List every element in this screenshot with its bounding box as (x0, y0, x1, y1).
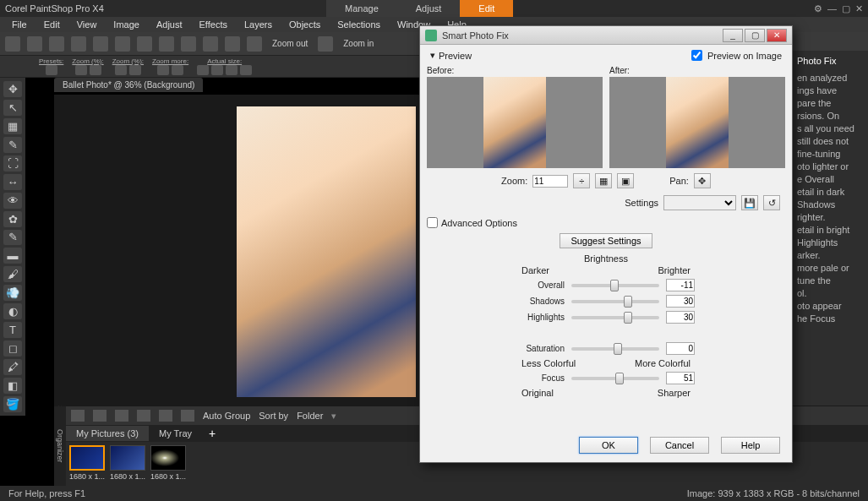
airbrush-tool-icon[interactable]: 💨 (3, 285, 22, 301)
scan-icon[interactable] (71, 36, 86, 52)
rotate-left-icon[interactable] (159, 410, 172, 422)
saturation-slider[interactable] (571, 347, 659, 351)
zoom-out-label[interactable]: Zoom out (269, 39, 311, 48)
suggest-settings-button[interactable]: Suggest Settings (560, 233, 652, 248)
menu-view[interactable]: View (68, 18, 106, 31)
org-icon-4[interactable] (137, 410, 150, 422)
overall-slider[interactable] (571, 284, 659, 287)
picture-tube-icon[interactable]: 🖍 (3, 359, 22, 375)
menu-file[interactable]: File (3, 18, 35, 31)
settings-icon[interactable]: ⚙ (814, 3, 822, 14)
redeye-tool-icon[interactable]: 👁 (3, 193, 22, 209)
save-settings-icon[interactable]: 💾 (741, 195, 758, 210)
zoom-field2[interactable] (90, 65, 101, 75)
rotate-right-icon[interactable] (181, 410, 194, 422)
organizer-side-label[interactable]: Organizer (54, 406, 66, 486)
cut-icon[interactable] (181, 36, 196, 52)
zoom-icon-b[interactable] (129, 65, 141, 75)
camera-icon[interactable] (49, 36, 64, 52)
tab-manage[interactable]: Manage (326, 0, 397, 17)
pan-tool-icon[interactable]: ✥ (3, 81, 22, 97)
org-icon-3[interactable] (115, 410, 128, 422)
tab-edit[interactable]: Edit (460, 0, 513, 17)
menu-edit[interactable]: Edit (35, 18, 68, 31)
selection-tool-icon[interactable]: ▦ (3, 118, 22, 134)
focus-value[interactable] (666, 372, 695, 384)
before-preview[interactable] (427, 77, 603, 168)
actual-b[interactable] (211, 65, 223, 75)
focus-slider[interactable] (571, 377, 659, 380)
after-preview[interactable] (609, 77, 785, 168)
shadows-value[interactable] (666, 295, 695, 308)
open-icon[interactable] (27, 36, 42, 52)
add-tray-button[interactable]: + (202, 427, 222, 440)
shape-tool-icon[interactable]: ◻ (3, 340, 22, 357)
tab-my-tray[interactable]: My Tray (149, 426, 202, 441)
menu-effects[interactable]: Effects (191, 18, 236, 31)
zoom-spinner-icon[interactable]: ÷ (573, 173, 590, 188)
dialog-close-icon[interactable]: ✕ (767, 29, 787, 42)
document-tab[interactable]: Ballet Photo* @ 36% (Background) (54, 78, 203, 92)
copy-icon[interactable] (203, 36, 218, 52)
ok-button[interactable]: OK (579, 437, 638, 454)
fit-window-icon[interactable]: ▦ (595, 173, 612, 188)
pointer-tool-icon[interactable]: ↖ (3, 100, 22, 116)
folder-dropdown[interactable]: Folder (297, 411, 323, 421)
zoom-out-icon[interactable] (247, 36, 262, 52)
pan-icon[interactable]: ✥ (694, 173, 711, 188)
print-icon[interactable] (115, 36, 130, 52)
highlights-value[interactable] (666, 311, 695, 324)
save-icon[interactable] (93, 36, 108, 52)
org-icon-2[interactable] (93, 410, 106, 422)
image-canvas[interactable] (237, 106, 416, 397)
makeover-tool-icon[interactable]: ✿ (3, 211, 22, 227)
dialog-titlebar[interactable]: Smart Photo Fix _ ▢ ✕ (420, 26, 792, 45)
zoom-more-a[interactable] (157, 65, 169, 75)
thumbnail-1[interactable]: 1680 x 1... (69, 445, 105, 481)
zoom-in-label[interactable]: Zoom in (340, 39, 377, 48)
preview-on-image-checkbox[interactable]: Preview on Image (691, 50, 782, 61)
lighten-tool-icon[interactable]: ◐ (3, 303, 22, 319)
shadows-slider[interactable] (571, 300, 659, 303)
actual-c[interactable] (226, 65, 237, 75)
scratch-tool-icon[interactable]: ▬ (3, 248, 22, 264)
overall-value[interactable] (666, 279, 695, 291)
zoom-field[interactable] (75, 65, 87, 75)
help-button[interactable]: Help (721, 437, 780, 454)
redo-icon[interactable] (159, 36, 174, 52)
menu-adjust[interactable]: Adjust (148, 18, 191, 31)
zoom-icon-a[interactable] (115, 65, 127, 75)
cancel-button[interactable]: Cancel (650, 437, 709, 454)
menu-image[interactable]: Image (105, 18, 148, 31)
new-icon[interactable] (5, 36, 20, 52)
tab-adjust[interactable]: Adjust (397, 0, 461, 17)
eraser-tool-icon[interactable]: ◧ (3, 378, 22, 394)
advanced-options-checkbox[interactable]: Advanced Options (427, 217, 785, 228)
paste-icon[interactable] (225, 36, 240, 52)
menu-objects[interactable]: Objects (281, 18, 329, 31)
actual-pixels-icon[interactable]: ▣ (617, 173, 634, 188)
thumbnail-3[interactable]: 1680 x 1... (150, 445, 186, 481)
settings-dropdown[interactable] (663, 195, 736, 210)
auto-group-label[interactable]: Auto Group (203, 411, 250, 421)
tab-my-pictures[interactable]: My Pictures (3) (66, 426, 149, 441)
actual-d[interactable] (240, 65, 252, 75)
straighten-tool-icon[interactable]: ↔ (3, 174, 22, 190)
thumbnail-2[interactable]: 1680 x 1... (110, 445, 145, 481)
preset-dropdown[interactable] (46, 65, 57, 75)
preview-collapse-toggle[interactable]: ▾ Preview (430, 50, 472, 61)
brush-tool-icon[interactable]: 🖌 (3, 266, 22, 282)
zoom-in-icon[interactable] (318, 36, 333, 52)
saturation-value[interactable] (666, 342, 695, 355)
highlights-slider[interactable] (571, 316, 659, 319)
clone-tool-icon[interactable]: ✎ (3, 230, 22, 246)
undo-icon[interactable] (137, 36, 152, 52)
maximize-icon[interactable]: ▢ (842, 3, 850, 14)
zoom-more-b[interactable] (172, 65, 183, 75)
text-tool-icon[interactable]: T (3, 322, 22, 338)
dialog-maximize-icon[interactable]: ▢ (745, 29, 765, 42)
fill-tool-icon[interactable]: 🪣 (3, 396, 22, 412)
minimize-icon[interactable]: — (827, 3, 837, 14)
dropper-tool-icon[interactable]: ✎ (3, 137, 22, 153)
actual-a[interactable] (197, 65, 209, 75)
